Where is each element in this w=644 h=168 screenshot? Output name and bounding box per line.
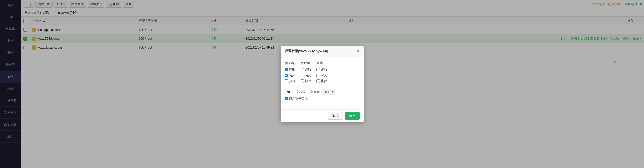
public-read-item[interactable]: 读取 xyxy=(316,68,327,72)
user-group-label: 用户组 xyxy=(301,61,311,65)
public-write-checkbox[interactable] xyxy=(316,74,320,77)
permission-modal: 设置权限[www.724dpyw.cn] ✕ 所有者 读取 写入 xyxy=(281,46,364,122)
perm-code-input[interactable] xyxy=(285,89,298,95)
user-exec-label: 执行 xyxy=(305,79,311,83)
user-read-checkbox[interactable] xyxy=(301,68,304,71)
modal-close-button[interactable]: ✕ xyxy=(356,49,360,53)
modal-body: 所有者 读取 写入 执行 用户组 xyxy=(281,57,364,109)
owner-write-item[interactable]: 写入 xyxy=(285,73,295,78)
owner-read-label: 读取 xyxy=(289,68,295,72)
owner-read-checkbox[interactable] xyxy=(285,68,288,71)
perm-code-label: 权限， xyxy=(299,90,309,94)
public-exec-item[interactable]: 执行 xyxy=(316,79,327,83)
public-write-label: 写入 xyxy=(321,73,327,78)
user-exec-item[interactable]: 执行 xyxy=(301,79,311,83)
modal-title: 设置权限[www.724dpyw.cn] xyxy=(285,49,328,53)
perm-footer: 权限， 所有者 root 应用到子目录 xyxy=(285,89,360,101)
owner-write-checkbox[interactable] xyxy=(285,74,288,77)
public-group-label: 公共 xyxy=(316,61,327,65)
user-read-label: 读取 xyxy=(305,68,311,72)
public-read-checkbox[interactable] xyxy=(316,68,320,71)
user-write-item[interactable]: 写入 xyxy=(301,73,311,78)
modal-overlay: ↑ 设置权限[www.724dpyw.cn] ✕ 所有者 读取 写入 xyxy=(0,0,644,168)
owner-exec-checkbox[interactable] xyxy=(285,79,288,83)
apply-subdirs-text: 应用到子目录 xyxy=(289,97,308,101)
apply-subdirs-checkbox[interactable] xyxy=(285,97,288,100)
owner-exec-item[interactable]: 执行 xyxy=(285,79,295,83)
user-exec-checkbox[interactable] xyxy=(301,79,304,83)
red-arrow-annotation: ↑ xyxy=(609,57,621,69)
modal-footer: 取消 确定 xyxy=(281,109,364,122)
user-write-checkbox[interactable] xyxy=(301,74,304,77)
owner-group: 所有者 读取 写入 执行 xyxy=(285,61,295,85)
public-group: 公共 读取 写入 执行 xyxy=(316,61,327,85)
public-exec-checkbox[interactable] xyxy=(316,79,320,83)
owner-exec-label: 执行 xyxy=(289,79,295,83)
owner-group-label: 所有者 xyxy=(285,61,295,65)
permission-grid: 所有者 读取 写入 执行 用户组 xyxy=(285,61,360,85)
cancel-button[interactable]: 取消 xyxy=(328,112,343,120)
public-exec-label: 执行 xyxy=(321,79,327,83)
owner-select[interactable]: root xyxy=(321,89,335,95)
public-write-item[interactable]: 写入 xyxy=(316,73,327,78)
owner-read-item[interactable]: 读取 xyxy=(285,68,295,72)
confirm-button[interactable]: 确定 xyxy=(345,112,360,120)
owner-label: 所有者 xyxy=(310,90,320,94)
user-read-item[interactable]: 读取 xyxy=(301,68,311,72)
modal-header: 设置权限[www.724dpyw.cn] ✕ xyxy=(281,46,364,57)
user-group: 用户组 读取 写入 执行 xyxy=(301,61,311,85)
public-read-label: 读取 xyxy=(321,68,327,72)
owner-write-label: 写入 xyxy=(289,73,295,78)
apply-to-subdirs-label[interactable]: 应用到子目录 xyxy=(285,97,308,101)
user-write-label: 写入 xyxy=(305,73,311,78)
